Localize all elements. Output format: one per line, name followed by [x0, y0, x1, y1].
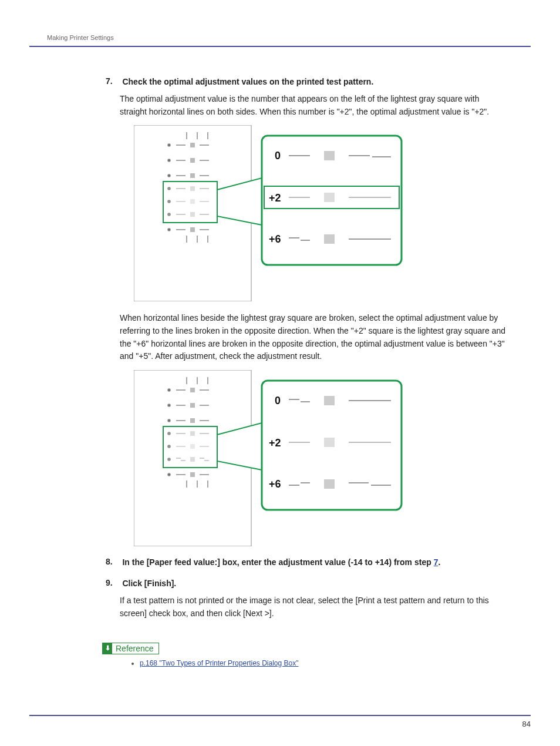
svg-rect-27 [190, 212, 195, 217]
svg-rect-10 [190, 158, 195, 163]
test-pattern-diagram-2: 0 +2 +6 [134, 370, 507, 546]
step-paragraph: If a test pattern is not printed or the … [120, 594, 507, 620]
reference-item: p.168 "Two Types of Printer Properties D… [140, 659, 507, 667]
step-paragraph: When horizontal lines beside the lightes… [120, 312, 507, 363]
svg-rect-31 [190, 227, 195, 232]
svg-point-4 [168, 144, 170, 146]
svg-point-75 [168, 458, 170, 461]
step-number: 7. [106, 76, 120, 86]
svg-point-8 [168, 159, 170, 162]
reference-link[interactable]: p.168 "Two Types of Printer Properties D… [140, 659, 298, 667]
svg-point-17 [168, 187, 170, 190]
step-number: 9. [106, 578, 120, 587]
diagram-label-0: 0 [275, 395, 281, 406]
diagram-svg: 0 +2 +6 [134, 125, 404, 301]
svg-rect-64 [190, 418, 195, 423]
step-9: 9. Click [Finish]. If a test pattern is … [106, 578, 507, 620]
svg-rect-78 [190, 457, 195, 462]
diagram-label-2: +2 [269, 437, 281, 449]
svg-point-21 [168, 200, 170, 203]
diagram-label-2: +2 [269, 192, 281, 204]
test-pattern-diagram-1: 0 +2 +6 [134, 125, 507, 301]
svg-rect-99 [324, 479, 335, 489]
reference-icon: ⬇ [103, 643, 112, 654]
svg-point-54 [168, 389, 170, 391]
svg-rect-92 [324, 396, 335, 405]
svg-point-67 [168, 432, 170, 435]
svg-point-71 [168, 445, 170, 448]
step-8: 8. In the [Paper feed value:] box, enter… [106, 557, 507, 567]
svg-rect-69 [190, 431, 195, 436]
page-header: Making Printer Settings [29, 23, 531, 47]
svg-rect-39 [324, 151, 335, 160]
svg-rect-19 [190, 186, 195, 191]
step-title: Check the optimal adjustment values on t… [122, 77, 373, 86]
step-number: 8. [106, 557, 120, 566]
page-footer: 84 [29, 715, 531, 728]
step-body: If a test pattern is not printed or the … [120, 594, 507, 620]
step-body: The optimal adjustment value is the numb… [120, 93, 507, 546]
step-7: 7. Check the optimal adjustment values o… [106, 76, 507, 546]
steps-list: 7. Check the optimal adjustment values o… [106, 76, 507, 620]
diagram-label-0: 0 [275, 150, 281, 162]
svg-point-12 [168, 174, 170, 177]
svg-rect-56 [190, 388, 195, 392]
svg-rect-6 [190, 143, 195, 147]
svg-rect-83 [190, 472, 195, 477]
reference-label: ⬇ Reference [102, 643, 159, 654]
page-number: 84 [522, 720, 531, 728]
step-title: Click [Finish]. [122, 579, 176, 588]
svg-rect-44 [324, 193, 335, 202]
reference-text: Reference [112, 643, 158, 654]
svg-rect-60 [190, 403, 195, 408]
step-title-text: In the [Paper feed value:] box, enter th… [122, 557, 433, 567]
svg-point-58 [168, 404, 170, 406]
page: Making Printer Settings 7. Check the opt… [0, 0, 560, 746]
svg-rect-48 [324, 234, 335, 244]
svg-point-25 [168, 213, 170, 216]
content: 7. Check the optimal adjustment values o… [106, 76, 507, 667]
svg-rect-73 [190, 444, 195, 449]
reference-list: p.168 "Two Types of Printer Properties D… [129, 659, 507, 667]
breadcrumb: Making Printer Settings [47, 34, 114, 41]
step-title: In the [Paper feed value:] box, enter th… [122, 557, 440, 567]
diagram-label-6: +6 [269, 233, 281, 245]
step-paragraph: The optimal adjustment value is the numb… [120, 93, 507, 118]
diagram-svg: 0 +2 +6 [134, 370, 404, 546]
svg-point-29 [168, 228, 170, 231]
svg-rect-95 [324, 438, 335, 447]
svg-point-81 [168, 473, 170, 476]
svg-rect-14 [190, 173, 195, 178]
step-title-text: . [438, 557, 440, 567]
svg-point-62 [168, 419, 170, 422]
diagram-label-6: +6 [269, 478, 281, 490]
svg-rect-23 [190, 199, 195, 204]
